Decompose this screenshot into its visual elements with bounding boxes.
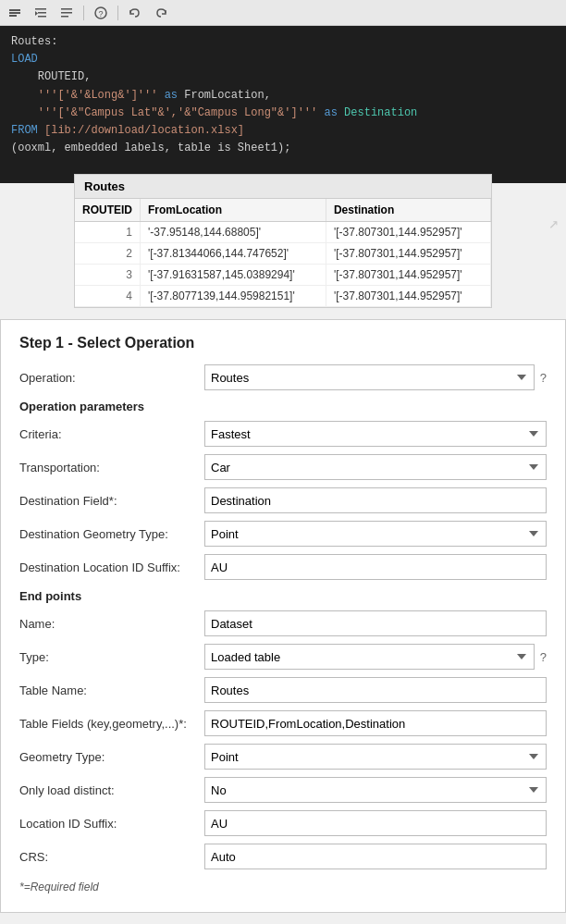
type-label: Type: xyxy=(19,650,204,664)
dest-field-row: Destination Field*: xyxy=(19,487,547,513)
table-fields-row: Table Fields (key,geometry,...)*: xyxy=(19,710,547,736)
dest-field-input[interactable] xyxy=(204,487,547,513)
cell-from: '[-37.91631587,145.0389294]' xyxy=(141,265,326,286)
transport-row: Transportation: Car xyxy=(19,454,547,480)
table-name-label: Table Name: xyxy=(19,684,204,697)
dest-loc-input[interactable] xyxy=(204,554,547,580)
svg-rect-3 xyxy=(35,8,46,10)
cell-id: 3 xyxy=(75,265,141,286)
loc-id-row: Location ID Suffix: xyxy=(19,810,547,836)
crs-label: CRS: xyxy=(19,850,204,864)
routes-table-panel: Routes ROUTEID FromLocation Destination … xyxy=(74,174,492,308)
routes-table: ROUTEID FromLocation Destination 1 '-37.… xyxy=(75,199,491,307)
criteria-row: Criteria: Fastest xyxy=(19,421,547,447)
svg-rect-4 xyxy=(38,12,46,14)
cell-from: '[-37.81344066,144.747652]' xyxy=(141,243,326,265)
params-header: Operation parameters xyxy=(19,400,547,413)
code-line-6: FROM [lib://download/location.xlsx] xyxy=(11,122,555,140)
dest-loc-label: Destination Location ID Suffix: xyxy=(19,561,204,574)
type-help[interactable]: ? xyxy=(540,650,547,664)
table-row: 3 '[-37.91631587,145.0389294]' '[-37.807… xyxy=(75,265,491,286)
name-label: Name: xyxy=(19,617,204,631)
code-line-1: Routes: xyxy=(11,33,555,51)
cell-id: 2 xyxy=(75,243,141,265)
only-load-select[interactable]: No Yes xyxy=(204,777,547,803)
svg-rect-8 xyxy=(61,16,68,18)
cursor: ↗ xyxy=(548,211,559,238)
name-row: Name: xyxy=(19,610,547,636)
step1-title: Step 1 - Select Operation xyxy=(19,335,547,351)
svg-rect-2 xyxy=(9,15,17,17)
redo-icon[interactable] xyxy=(152,4,170,22)
name-input[interactable] xyxy=(204,610,547,636)
criteria-select[interactable]: Fastest xyxy=(204,421,547,447)
geom-type-row: Geometry Type: Point xyxy=(19,744,547,770)
code-line-4: '''['&'&Long&']''' as FromLocation, xyxy=(11,87,555,105)
operation-select[interactable]: Routes xyxy=(204,364,535,390)
code-line-5: '''['&"Campus Lat"&','&"Campus Long"&']'… xyxy=(11,105,555,122)
code-line-2: LOAD xyxy=(11,51,555,68)
cell-id: 1 xyxy=(75,222,141,243)
help-icon[interactable]: ? xyxy=(92,4,110,22)
table-row: 2 '[-37.81344066,144.747652]' '[-37.8073… xyxy=(75,243,491,265)
code-line-3: ROUTEID, xyxy=(11,68,555,86)
dest-field-label: Destination Field*: xyxy=(19,494,204,508)
svg-rect-6 xyxy=(61,8,72,10)
table-fields-input[interactable] xyxy=(204,710,547,736)
required-note: *=Required field xyxy=(19,881,547,893)
only-load-row: Only load distinct: No Yes xyxy=(19,777,547,803)
table-name-row: Table Name: xyxy=(19,677,547,703)
dest-loc-row: Destination Location ID Suffix: xyxy=(19,554,547,580)
dest-geom-row: Destination Geometry Type: Point xyxy=(19,521,547,547)
type-select[interactable]: Loaded table xyxy=(204,644,535,670)
operation-help[interactable]: ? xyxy=(540,371,547,385)
cell-dest: '[-37.807301,144.952957]' xyxy=(326,243,490,265)
cell-dest: '[-37.807301,144.952957]' xyxy=(326,265,490,286)
geom-type-label: Geometry Type: xyxy=(19,750,204,764)
transport-label: Transportation: xyxy=(19,461,204,474)
toolbar: ? xyxy=(0,0,566,26)
cell-dest: '[-37.807301,144.952957]' xyxy=(326,222,490,243)
only-load-label: Only load distinct: xyxy=(19,783,204,797)
col-routeid: ROUTEID xyxy=(75,199,141,222)
col-destination: Destination xyxy=(326,199,490,222)
criteria-label: Criteria: xyxy=(19,427,204,441)
svg-rect-0 xyxy=(9,9,20,11)
table-panel-title: Routes xyxy=(75,175,491,199)
cell-dest: '[-37.807301,144.952957]' xyxy=(326,286,490,307)
svg-rect-7 xyxy=(61,12,72,14)
type-row: Type: Loaded table ? xyxy=(19,644,547,670)
svg-rect-5 xyxy=(38,16,46,18)
indent-icon[interactable] xyxy=(31,4,50,22)
comment-icon[interactable] xyxy=(6,4,24,22)
cell-from: '[-37.8077139,144.95982151]' xyxy=(141,286,326,307)
divider-1 xyxy=(83,6,84,20)
step1-panel: Step 1 - Select Operation Operation: Rou… xyxy=(0,319,566,913)
table-fields-label: Table Fields (key,geometry,...)*: xyxy=(19,717,204,731)
geom-type-select[interactable]: Point xyxy=(204,744,547,770)
divider-2 xyxy=(117,6,118,20)
svg-rect-1 xyxy=(9,12,20,14)
dest-geom-select[interactable]: Point xyxy=(204,521,547,547)
align-icon[interactable] xyxy=(57,4,76,22)
crs-input[interactable] xyxy=(204,844,547,869)
code-editor[interactable]: Routes: LOAD ROUTEID, '''['&'&Long&']'''… xyxy=(0,26,566,183)
cell-id: 4 xyxy=(75,286,141,307)
undo-icon[interactable] xyxy=(126,4,144,22)
svg-text:?: ? xyxy=(98,9,103,18)
operation-label: Operation: xyxy=(19,371,204,385)
code-line-7: (ooxml, embedded labels, table is Sheet1… xyxy=(11,140,555,157)
cell-from: '-37.95148,144.68805]' xyxy=(141,222,326,243)
table-row: 1 '-37.95148,144.68805]' '[-37.807301,14… xyxy=(75,222,491,243)
loc-id-label: Location ID Suffix: xyxy=(19,817,204,831)
crs-row: CRS: xyxy=(19,844,547,869)
endpoints-header: End points xyxy=(19,589,547,603)
operation-row: Operation: Routes ? xyxy=(19,364,547,390)
col-fromlocation: FromLocation xyxy=(141,199,326,222)
table-name-input[interactable] xyxy=(204,677,547,703)
transport-select[interactable]: Car xyxy=(204,454,547,480)
table-row: 4 '[-37.8077139,144.95982151]' '[-37.807… xyxy=(75,286,491,307)
dest-geom-label: Destination Geometry Type: xyxy=(19,527,204,541)
loc-id-input[interactable] xyxy=(204,810,547,836)
